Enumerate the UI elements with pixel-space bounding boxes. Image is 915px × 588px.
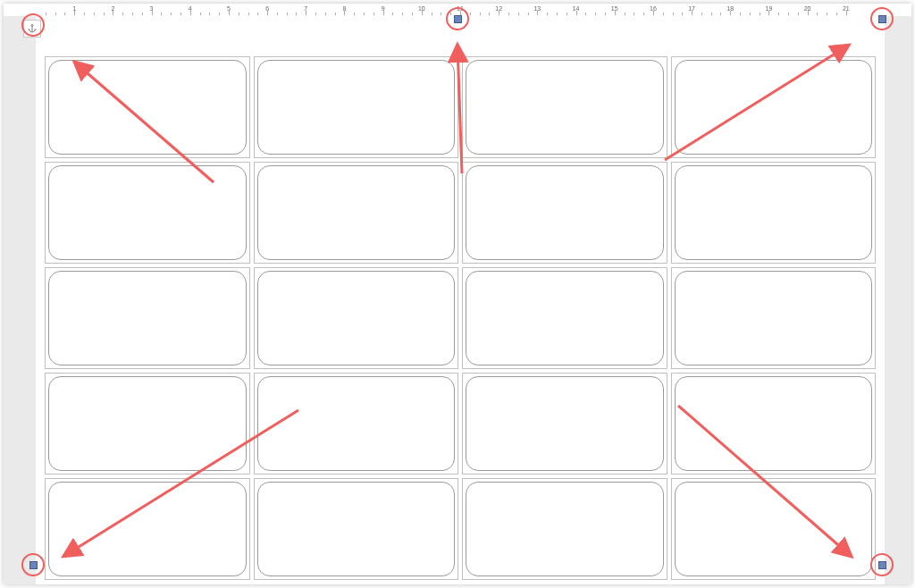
table-handle-top-mid[interactable] bbox=[454, 15, 462, 23]
label-cell[interactable] bbox=[254, 373, 459, 475]
label-cell[interactable] bbox=[254, 56, 459, 158]
label-rounded-rect bbox=[48, 376, 247, 471]
label-cell[interactable] bbox=[45, 162, 250, 264]
label-cell[interactable] bbox=[462, 267, 667, 369]
label-rounded-rect bbox=[466, 482, 664, 576]
label-cell[interactable] bbox=[45, 373, 250, 475]
label-rounded-rect bbox=[48, 60, 247, 155]
label-rounded-rect bbox=[257, 271, 456, 365]
svg-point-0 bbox=[31, 25, 33, 27]
label-rounded-rect bbox=[466, 271, 664, 365]
label-rounded-rect bbox=[466, 165, 664, 260]
label-cell[interactable] bbox=[45, 56, 250, 158]
label-cell[interactable] bbox=[462, 478, 667, 580]
label-rounded-rect bbox=[257, 482, 456, 576]
label-table[interactable] bbox=[45, 56, 876, 580]
label-rounded-rect bbox=[257, 376, 456, 471]
label-cell[interactable] bbox=[45, 478, 250, 580]
label-rounded-rect bbox=[48, 482, 247, 576]
table-handle-top-right[interactable] bbox=[878, 15, 886, 23]
label-cell[interactable] bbox=[671, 56, 877, 158]
label-rounded-rect bbox=[257, 165, 456, 260]
label-rounded-rect bbox=[675, 482, 873, 576]
screenshot-frame: 123456789101112131415161718192021 bbox=[4, 4, 911, 584]
label-cell[interactable] bbox=[462, 373, 667, 475]
label-cell[interactable] bbox=[254, 478, 459, 580]
document-page[interactable] bbox=[36, 16, 885, 584]
label-rounded-rect bbox=[675, 271, 873, 365]
label-rounded-rect bbox=[257, 60, 456, 155]
label-cell[interactable] bbox=[254, 162, 459, 264]
label-rounded-rect bbox=[48, 271, 247, 365]
label-rounded-rect bbox=[48, 165, 247, 260]
table-handle-bottom-left[interactable] bbox=[29, 561, 38, 569]
anchor-icon[interactable] bbox=[23, 20, 41, 38]
editor-gray-right bbox=[885, 16, 911, 584]
editor-gray-left bbox=[4, 16, 36, 584]
label-cell[interactable] bbox=[671, 373, 877, 475]
label-cell[interactable] bbox=[671, 478, 877, 580]
table-handle-bottom-right[interactable] bbox=[878, 561, 886, 569]
label-rounded-rect bbox=[466, 376, 664, 471]
label-cell[interactable] bbox=[671, 162, 877, 264]
label-cell[interactable] bbox=[671, 267, 877, 369]
label-cell[interactable] bbox=[45, 267, 250, 369]
label-rounded-rect bbox=[675, 376, 873, 471]
label-rounded-rect bbox=[675, 60, 873, 155]
label-cell[interactable] bbox=[254, 267, 459, 369]
label-rounded-rect bbox=[675, 165, 873, 260]
label-cell[interactable] bbox=[462, 56, 667, 158]
label-rounded-rect bbox=[466, 60, 664, 155]
label-cell[interactable] bbox=[462, 162, 667, 264]
